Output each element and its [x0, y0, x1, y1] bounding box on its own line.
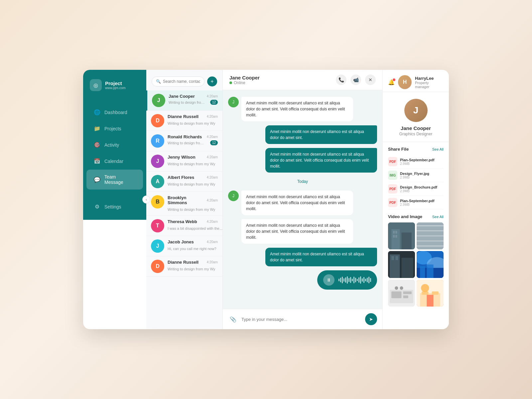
sidebar-bottom: ⚙ Settings: [83, 194, 146, 220]
file-size: 2.9MB: [400, 189, 437, 193]
avatar: J: [152, 94, 165, 107]
svg-rect-37: [427, 295, 433, 307]
date-divider: Today: [228, 179, 377, 184]
contact-item[interactable]: A Albert Flores 4:20am Writing to design…: [146, 172, 222, 192]
chat-contact-name: Jane Cooper: [229, 75, 260, 80]
projects-icon: 📁: [94, 125, 100, 132]
contacts-list: J Jane Cooper 4:20am Writing to design f…: [146, 90, 222, 329]
chat-panel: Jane Cooper Online 📞 📹 ✕ J Amet minim mo…: [223, 70, 382, 329]
svg-rect-35: [432, 291, 439, 295]
profile-section: J Jane Cooper Graphics Designer: [383, 92, 449, 142]
search-box[interactable]: 🔍: [152, 76, 204, 86]
avatar: B: [151, 195, 164, 208]
image-thumbnail[interactable]: [388, 251, 415, 278]
contact-time: 4:20am: [207, 94, 218, 98]
notification-wrapper: 🔔: [388, 79, 395, 85]
contact-name: Jane Cooper: [169, 94, 195, 99]
profile-avatar: J: [404, 99, 428, 122]
svg-rect-15: [390, 254, 400, 278]
file-item[interactable]: IMG Design_Flyer.jpg 2.9MB: [388, 169, 444, 182]
files-section: Share File See All PDF Plan-September.pd…: [383, 142, 449, 209]
contact-item[interactable]: R Ronald Richards 4:20am Writing to desi…: [146, 131, 222, 151]
avatar: T: [151, 219, 164, 232]
file-size: 2.9MB: [400, 162, 434, 166]
video-call-button[interactable]: 📹: [350, 74, 361, 85]
contact-name: Theresa Webb: [168, 219, 197, 224]
message-bubble: Amet minim mollit non deserunt ullamco e…: [241, 97, 353, 121]
message-row: Amet minim mollit non deserunt ullamco e…: [228, 148, 377, 173]
message-row: ⏸: [228, 270, 377, 290]
video-image-see-all[interactable]: See All: [432, 215, 444, 219]
file-item[interactable]: PDF Plan-September.pdf 2.9MB: [388, 196, 444, 209]
contact-item[interactable]: J Jenny Wilson 4:20am Writing to design …: [146, 151, 222, 172]
header-user-name: HarryLee: [415, 76, 444, 81]
contact-name: Ronald Richards: [168, 134, 202, 139]
unread-badge: 12: [210, 100, 218, 105]
contacts-header: 🔍 +: [146, 70, 222, 90]
image-thumbnail[interactable]: [388, 222, 415, 249]
contact-item[interactable]: D Dianne Russell 4:20am Writing to desig…: [146, 256, 222, 277]
contact-item[interactable]: T Theresa Webb 4:20am I was a bit disapp…: [146, 216, 222, 236]
contact-name: Dianne Russell: [168, 260, 199, 265]
contact-name: Dianne Russell: [168, 114, 199, 119]
image-thumbnail[interactable]: [417, 280, 444, 307]
close-chat-button[interactable]: ✕: [365, 74, 376, 85]
header-user-info: H HarryLee Property manager: [398, 75, 444, 89]
team-message-icon: 💬: [94, 177, 100, 183]
online-status-dot: [229, 81, 232, 84]
sidebar-item-calendar[interactable]: 📅 Calendar: [86, 153, 143, 169]
add-contact-button[interactable]: +: [207, 76, 217, 86]
image-thumbnail[interactable]: [417, 222, 444, 249]
file-name: Plan-September.pdf: [400, 158, 434, 162]
contact-time: 4:20am: [207, 240, 218, 244]
contact-name: Brooklyn Simmons: [168, 195, 207, 205]
app-name: Project: [105, 80, 126, 86]
contact-preview: Writing to design from my Wy: [168, 121, 215, 125]
message-input[interactable]: [241, 317, 362, 322]
contacts-panel: 🔍 + J Jane Cooper 4:20am Writing to desi…: [146, 70, 223, 329]
logo-icon: ◎: [90, 79, 102, 91]
sidebar-item-dashboard[interactable]: 🌐 Dashboard: [86, 104, 143, 120]
contact-preview: Writing to design from my Wy: [169, 100, 205, 104]
video-image-header: Video and Image See All: [388, 214, 444, 219]
file-size: 2.9MB: [400, 176, 429, 179]
sidebar-label-projects: Projects: [104, 126, 121, 131]
right-panel-top: 🔔 H HarryLee Property manager: [383, 70, 449, 92]
svg-rect-2: [402, 232, 412, 249]
image-thumbnail[interactable]: [388, 280, 415, 307]
contact-item[interactable]: J Jacob Jones 4:20am Hi, can you call me…: [146, 236, 222, 256]
dashboard-icon: 🌐: [94, 109, 100, 115]
message-bubble: Amet minim mollit non deserunt ullamco e…: [241, 191, 353, 215]
send-button[interactable]: ➤: [365, 313, 377, 325]
file-item[interactable]: PDF Design_Brochure.pdf 2.9MB: [388, 182, 444, 196]
svg-rect-24: [427, 265, 433, 278]
sidebar-item-activity[interactable]: 🎯 Activity: [86, 137, 143, 153]
sidebar-item-team-message[interactable]: 💬 Team Message: [86, 170, 143, 190]
svg-rect-27: [391, 291, 401, 298]
unread-badge: 12: [210, 140, 218, 145]
header-avatar: H: [398, 75, 412, 89]
contact-time: 4:20am: [207, 155, 218, 159]
contact-item[interactable]: J Jane Cooper 4:20am Writing to design f…: [146, 90, 222, 111]
pause-icon[interactable]: ⏸: [323, 274, 334, 286]
settings-label: Settings: [104, 204, 121, 209]
chat-actions: 📞 📹 ✕: [336, 74, 376, 85]
contact-time: 4:20am: [207, 115, 218, 118]
search-input[interactable]: [163, 79, 200, 84]
file-icon-pdf: PDF: [388, 157, 397, 166]
svg-rect-6: [395, 235, 397, 237]
contact-item[interactable]: B Brooklyn Simmons 4:20am Writing to des…: [146, 192, 222, 216]
image-thumbnail[interactable]: [417, 251, 444, 278]
sidebar-item-projects[interactable]: 📁 Projects: [86, 121, 143, 136]
sidebar-label-dashboard: Dashboard: [104, 110, 127, 115]
settings-item[interactable]: ⚙ Settings: [90, 200, 140, 213]
message-row: J Amet minim mollit non deserunt ullamco…: [228, 97, 377, 121]
app-url: www.pjm.com: [105, 86, 126, 90]
svg-rect-18: [395, 256, 398, 260]
file-item[interactable]: PDF Plan-September.pdf 2.9MB: [388, 155, 444, 169]
share-file-see-all[interactable]: See All: [432, 147, 444, 151]
video-image-title: Video and Image: [388, 214, 422, 219]
contact-item[interactable]: D Dianne Russell 4:20am Writing to desig…: [146, 111, 222, 131]
voice-call-button[interactable]: 📞: [336, 74, 346, 85]
attach-button[interactable]: 📎: [228, 314, 238, 324]
